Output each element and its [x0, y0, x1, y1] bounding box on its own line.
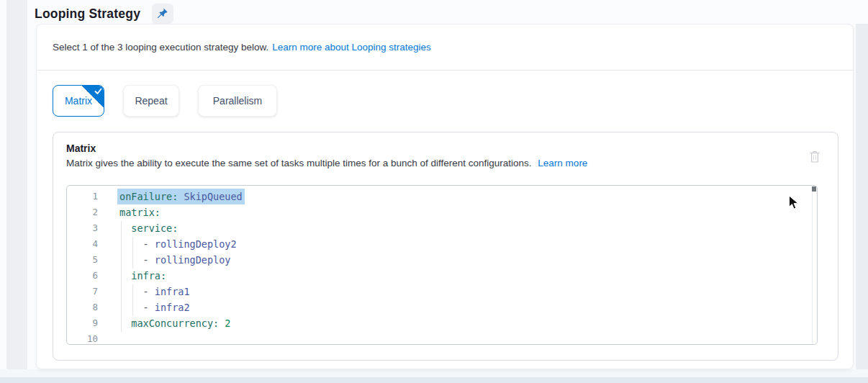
editor-scrollbar[interactable]: [812, 186, 813, 343]
looping-strategy-card: Select 1 of the 3 looping execution stra…: [36, 24, 854, 369]
page-title: Looping Strategy: [35, 6, 140, 22]
left-panel-edge: [6, 0, 27, 376]
line-number: 3: [67, 220, 98, 236]
intro-text: Select 1 of the 3 looping execution stra…: [53, 42, 268, 53]
tab-repeat-label: Repeat: [135, 95, 167, 107]
learn-more-link[interactable]: Learn more: [538, 158, 587, 168]
panel-description: Matrix gives the ability to execute the …: [66, 158, 587, 168]
overview-ruler-selection-mark: [812, 186, 816, 192]
check-icon: [94, 88, 102, 95]
code-line[interactable]: 3 service:: [67, 220, 817, 236]
pushpin-icon: [157, 7, 168, 21]
intro-row: Select 1 of the 3 looping execution stra…: [37, 24, 853, 71]
line-number: 6: [67, 268, 98, 284]
header: Looping Strategy: [35, 4, 173, 24]
selected-corner: [82, 86, 104, 107]
panel-description-text: Matrix gives the ability to execute the …: [66, 158, 532, 168]
panel-header: Matrix Matrix gives the ability to execu…: [53, 132, 838, 168]
line-number: 5: [67, 252, 98, 268]
line-number: 8: [67, 299, 98, 315]
right-panel-edge: [856, 24, 868, 369]
code-line[interactable]: 8 - infra2: [67, 299, 817, 315]
code-line[interactable]: 2matrix:: [67, 204, 817, 220]
tab-matrix[interactable]: Matrix: [53, 85, 104, 117]
yaml-editor[interactable]: 1onFailure: SkipQueued2matrix:3 service:…: [66, 185, 818, 345]
line-number: 2: [67, 204, 98, 220]
code-line[interactable]: 1onFailure: SkipQueued: [67, 189, 817, 204]
code-lines: 1onFailure: SkipQueued2matrix:3 service:…: [67, 186, 817, 345]
delete-strategy-button[interactable]: [808, 148, 822, 167]
looping-strategies-link[interactable]: Learn more about Looping strategies: [272, 42, 431, 53]
background-strip: [0, 377, 868, 383]
code-line[interactable]: 6 infra:: [67, 268, 817, 284]
trash-icon: [809, 155, 820, 166]
line-number: 4: [67, 236, 98, 252]
pin-button[interactable]: [152, 4, 173, 24]
tab-repeat[interactable]: Repeat: [123, 85, 179, 117]
line-number: 1: [67, 189, 98, 204]
background-strip: [0, 369, 868, 377]
matrix-panel: Matrix Matrix gives the ability to execu…: [53, 132, 838, 361]
code-line[interactable]: 9 maxConcurrency: 2: [67, 315, 817, 331]
code-line[interactable]: 7 - infra1: [67, 284, 817, 299]
code-line[interactable]: 10: [67, 331, 817, 345]
line-number: 10: [67, 331, 98, 345]
strategy-tabs: Matrix Repeat Parallelism: [37, 85, 853, 117]
tab-parallelism[interactable]: Parallelism: [198, 85, 277, 117]
line-number: 7: [67, 284, 98, 299]
panel-title: Matrix: [66, 143, 587, 154]
code-line[interactable]: 5 - rollingDeploy: [67, 252, 817, 268]
tab-parallelism-label: Parallelism: [213, 95, 262, 107]
code-line[interactable]: 4 - rollingDeploy2: [67, 236, 817, 252]
line-number: 9: [67, 315, 98, 331]
